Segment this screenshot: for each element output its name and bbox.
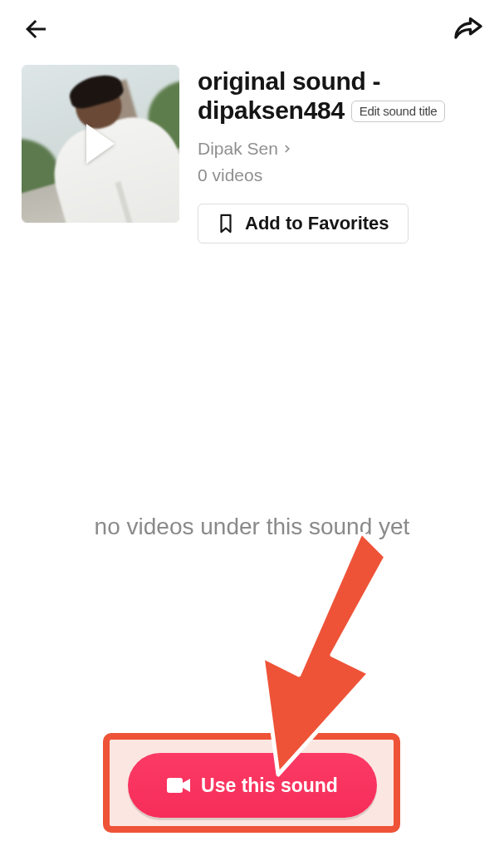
- sound-cover[interactable]: [22, 65, 179, 223]
- author-link[interactable]: Dipak Sen: [198, 139, 482, 159]
- share-button[interactable]: [451, 12, 486, 47]
- back-button[interactable]: [18, 12, 53, 47]
- chevron-right-icon: [281, 143, 293, 155]
- bookmark-icon: [217, 213, 235, 234]
- share-icon: [452, 12, 485, 46]
- svg-rect-0: [167, 778, 183, 793]
- cta-label: Use this sound: [201, 775, 338, 797]
- empty-state-text: no videos under this sound yet: [0, 514, 504, 540]
- use-this-sound-button[interactable]: Use this sound: [128, 753, 377, 818]
- video-camera-icon: [166, 776, 191, 794]
- arrow-left-icon: [21, 14, 51, 44]
- edit-sound-title-button[interactable]: Edit sound title: [351, 101, 446, 122]
- sound-title: original sound - dipaksen484 Edit sound …: [198, 66, 482, 125]
- favorites-label: Add to Favorites: [245, 213, 389, 234]
- author-name: Dipak Sen: [198, 139, 278, 159]
- play-icon: [86, 124, 115, 164]
- add-to-favorites-button[interactable]: Add to Favorites: [198, 204, 409, 243]
- video-count: 0 videos: [198, 165, 482, 185]
